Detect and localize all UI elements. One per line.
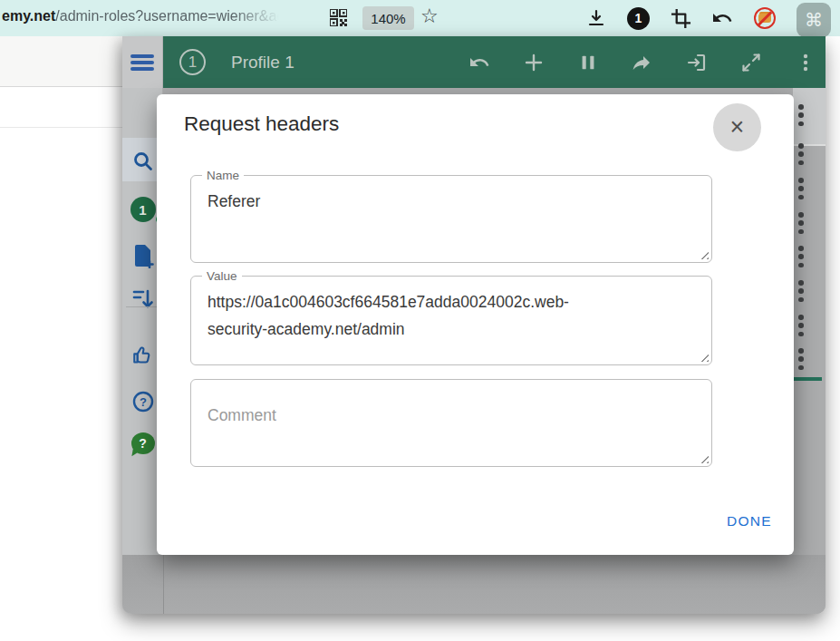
profile-1-avatar: 1 (130, 197, 156, 222)
url-path: /admin-roles?username=wiener&ac (55, 8, 284, 24)
row-menu-icon[interactable] (798, 212, 804, 234)
hamburger-icon (130, 52, 154, 73)
dimmed-popup-footer (122, 555, 826, 614)
row-menu-icon[interactable] (798, 348, 804, 370)
resize-handle-icon[interactable] (697, 452, 709, 463)
export-icon[interactable] (686, 52, 708, 73)
address-bar[interactable]: emy.net/admin-roles?username=wiener&ac (2, 8, 284, 24)
value-field-value[interactable]: https://0a1c004603cf664581e7adda0024002c… (191, 283, 711, 343)
row-menu-icon[interactable] (798, 104, 804, 126)
chat-question-mark: ? (131, 432, 155, 454)
share-icon[interactable] (632, 52, 653, 73)
page-divider-line (0, 127, 123, 128)
screen: emy.net/admin-roles?username=wiener&ac 1… (0, 0, 840, 641)
undo-icon[interactable] (711, 7, 733, 29)
sidebar-divider (126, 306, 159, 307)
dialog-title: Request headers (184, 112, 339, 136)
close-icon: × (730, 113, 745, 141)
svg-text:?: ? (140, 395, 147, 409)
pause-icon[interactable] (577, 52, 599, 73)
more-menu-icon[interactable] (795, 52, 816, 73)
resize-handle-icon[interactable] (697, 350, 709, 362)
expand-icon[interactable] (740, 52, 762, 73)
zoom-level-badge[interactable]: 140% (362, 6, 414, 30)
value-field[interactable]: Value https://0a1c004603cf664581e7adda00… (190, 269, 712, 365)
row-menu-icon[interactable] (798, 178, 804, 199)
resize-handle-icon[interactable] (697, 248, 709, 259)
undo-change-icon[interactable] (468, 52, 490, 73)
row-menu-icon[interactable] (798, 246, 804, 267)
add-header-icon[interactable] (523, 52, 545, 73)
close-button[interactable]: × (713, 103, 761, 151)
comment-field[interactable]: Comment (190, 379, 712, 467)
crop-icon[interactable] (670, 7, 691, 29)
url-host: emy.net (2, 8, 55, 24)
active-tab-underline (792, 377, 822, 381)
name-field-value[interactable]: Referer (191, 182, 711, 215)
browser-toolbar: emy.net/admin-roles?username=wiener&ac 1… (0, 0, 840, 36)
done-button[interactable]: DONE (727, 513, 772, 529)
modheader-popup: 1 Profile 1 (122, 36, 826, 614)
profile-title: Profile 1 (231, 53, 294, 73)
name-field[interactable]: Name Referer (190, 169, 712, 263)
extension-count-badge[interactable]: 1 (627, 7, 650, 30)
qr-code-icon[interactable] (330, 9, 347, 26)
modheader-extension-icon[interactable]: ⌘ (797, 3, 831, 37)
request-headers-dialog: Request headers × Name Referer Value htt… (157, 94, 794, 555)
comment-field-placeholder[interactable]: Comment (191, 380, 711, 429)
row-menu-icon[interactable] (798, 315, 804, 336)
popup-header: 1 Profile 1 (122, 36, 826, 88)
name-field-label: Name (202, 169, 244, 182)
page-background-band (0, 36, 123, 87)
sidebar-edge-line (163, 555, 164, 614)
blocked-content-icon[interactable] (753, 6, 777, 30)
download-icon[interactable] (585, 7, 607, 29)
bookmark-star-icon[interactable]: ☆ (420, 5, 439, 28)
value-field-label: Value (202, 269, 242, 283)
menu-button[interactable] (122, 36, 163, 88)
row-menu-icon[interactable] (798, 280, 804, 302)
row-menu-icon[interactable] (798, 143, 804, 165)
profile-number-badge[interactable]: 1 (179, 49, 206, 75)
